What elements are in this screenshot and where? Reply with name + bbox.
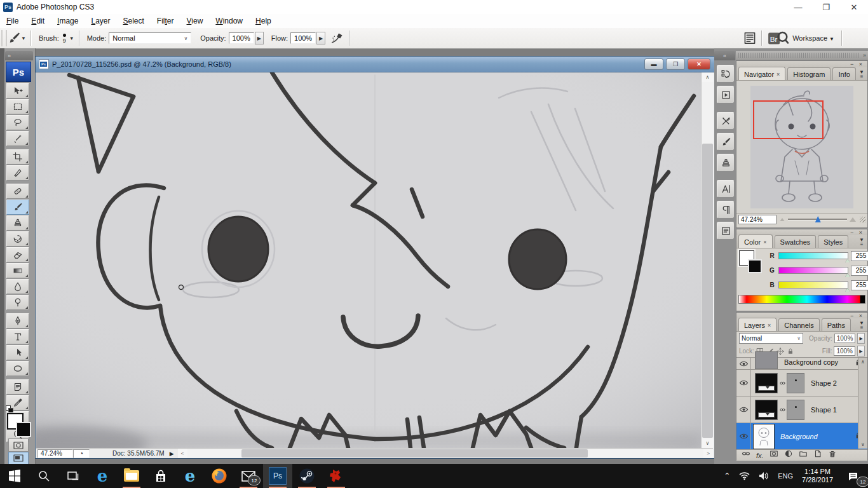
color-tab-styles[interactable]: Styles [818, 235, 848, 248]
layer-mask-thumbnail[interactable] [787, 400, 804, 420]
menu-select[interactable]: Select [116, 15, 150, 27]
panel-minimize-close-icons[interactable]: − × [850, 313, 864, 319]
menu-layer[interactable]: Layer [85, 15, 116, 27]
tool-presets-panel-icon[interactable] [717, 112, 735, 130]
menu-edit[interactable]: Edit [25, 15, 51, 27]
volume-icon[interactable] [754, 464, 773, 488]
layer-visibility-eye-icon[interactable] [736, 370, 751, 396]
status-menu-arrow-icon[interactable]: ▶ [170, 451, 174, 457]
doc-restore-button[interactable]: ❒ [666, 58, 685, 70]
layers-scrollbar[interactable]: ∧∨ [858, 358, 867, 449]
menu-window[interactable]: Window [209, 15, 249, 27]
menu-view[interactable]: View [180, 15, 210, 27]
opacity-input[interactable]: 100% [229, 32, 254, 44]
doc-close-button[interactable]: ✕ [688, 58, 710, 70]
flow-input[interactable]: 100% [290, 32, 316, 44]
screen-mode-button[interactable] [8, 452, 29, 464]
tool-preset-arrow-icon[interactable]: ▼ [21, 36, 26, 41]
layer-visibility-eye-icon[interactable] [736, 423, 751, 449]
layers-tab-channels[interactable]: Channels [778, 318, 819, 331]
delete-layer-icon[interactable] [828, 449, 837, 461]
panel-minimize-close-icons[interactable]: − × [850, 61, 864, 67]
layer-thumbnail[interactable] [755, 400, 778, 420]
layer-thumbnail[interactable] [755, 373, 778, 393]
layer-name[interactable]: Background [780, 433, 818, 440]
move-tool[interactable] [6, 83, 29, 98]
document-title-bar[interactable]: Ps P_20170728_115256.psd @ 47.2% (Backgr… [36, 57, 714, 72]
layer-visibility-eye-icon[interactable] [736, 358, 751, 369]
layer-row-shape-2[interactable]: Shape 2 [736, 370, 867, 396]
layer-name[interactable]: Shape 2 [811, 379, 837, 387]
layers-scroll-down-icon[interactable]: ∨ [861, 442, 865, 449]
brush-preview[interactable]: 9 [63, 34, 66, 43]
type-tool[interactable] [6, 329, 29, 344]
layer-comps-panel-icon[interactable] [717, 222, 735, 240]
navigator-preview[interactable] [736, 81, 867, 213]
blend-mode-dropdown[interactable]: Normal∨ [739, 333, 803, 344]
close-button[interactable]: ✕ [840, 0, 868, 14]
layers-tab-layers[interactable]: Layers× [738, 318, 776, 331]
steam-icon[interactable] [292, 464, 322, 488]
language-indicator[interactable]: ENG [773, 464, 797, 488]
panel-dock-header[interactable]: » [736, 51, 868, 60]
channel-value-input[interactable]: 255 [851, 266, 868, 276]
wifi-icon[interactable] [735, 464, 754, 488]
blur-tool[interactable] [6, 279, 29, 294]
vertical-scrollbar[interactable]: ∧ ∨ [701, 72, 714, 448]
menu-image[interactable]: Image [51, 15, 85, 27]
pen-tool[interactable] [6, 313, 29, 329]
photoshop-taskbar-icon[interactable]: Ps [263, 464, 292, 488]
brush-picker-arrow-icon[interactable]: ▼ [69, 36, 74, 41]
edge-icon[interactable]: e [88, 464, 117, 488]
slider-thumb-icon[interactable] [845, 259, 850, 262]
task-view-button[interactable] [58, 464, 88, 488]
panel-resize-grip[interactable] [860, 217, 865, 222]
new-group-icon[interactable] [799, 449, 808, 461]
mode-dropdown[interactable]: Normal∨ [109, 32, 191, 44]
panel-minimize-close-icons[interactable]: − × [850, 229, 864, 236]
palette-toggle-icon[interactable] [743, 31, 757, 45]
history-panel-icon[interactable] [717, 65, 735, 83]
new-adjustment-layer-icon[interactable] [784, 449, 793, 461]
add-layer-mask-icon[interactable] [770, 449, 778, 461]
panel-expand-arrows-icon[interactable]: » [863, 52, 866, 58]
doc-minimize-button[interactable]: ▬ [644, 58, 663, 70]
spot-healing-tool[interactable] [6, 184, 29, 199]
navigator-proxy-rect[interactable] [753, 100, 824, 139]
quick-selection-tool[interactable] [6, 131, 29, 146]
version-cue-icon[interactable]: ◔ [73, 449, 90, 458]
layer-visibility-eye-icon[interactable] [736, 396, 751, 423]
internet-explorer-icon[interactable]: e [175, 464, 205, 488]
layer-style-fx-icon[interactable]: fx. [756, 449, 764, 461]
notes-tool[interactable] [6, 379, 29, 395]
tray-chevron-up-icon[interactable]: ⌃ [719, 464, 735, 488]
eraser-tool[interactable] [6, 247, 29, 262]
file-explorer-icon[interactable] [117, 464, 146, 488]
clone-source-panel-icon[interactable] [717, 154, 735, 172]
slider-thumb-icon[interactable] [845, 288, 850, 292]
new-layer-icon[interactable] [813, 449, 822, 461]
navigator-zoom-slider[interactable] [788, 215, 847, 223]
panel-menu-icon[interactable]: ▼≡ [857, 70, 866, 79]
marquee-tool[interactable] [6, 99, 29, 114]
toolbox-collapse-arrows-icon[interactable]: » [5, 51, 33, 60]
menu-filter[interactable]: Filter [151, 15, 180, 27]
game-icon[interactable] [322, 464, 351, 488]
clock[interactable]: 1:14 PM 7/28/2017 [797, 464, 837, 488]
channel-value-input[interactable]: 255 [851, 251, 868, 261]
character-panel-icon[interactable] [717, 180, 735, 198]
paragraph-panel-icon[interactable] [717, 201, 735, 219]
firefox-icon[interactable] [205, 464, 234, 488]
zoom-out-icon[interactable] [780, 218, 785, 221]
restore-button[interactable]: ❐ [812, 0, 840, 14]
color-tab-swatches[interactable]: Swatches [775, 235, 817, 248]
navigator-tab-navigator[interactable]: Navigator× [738, 67, 785, 80]
start-button[interactable] [0, 464, 29, 488]
vertical-scroll-thumb[interactable] [702, 144, 713, 438]
lasso-tool[interactable] [6, 115, 29, 130]
shape-tool[interactable] [6, 361, 29, 376]
background-color-swatch[interactable] [16, 422, 31, 437]
layers-tab-paths[interactable]: Paths [822, 318, 851, 331]
scroll-down-arrow-icon[interactable]: ∨ [702, 438, 714, 448]
tool-preset-picker[interactable] [7, 31, 21, 45]
